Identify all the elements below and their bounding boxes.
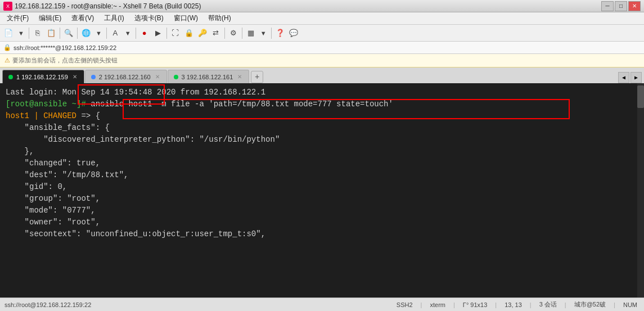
menu-window[interactable]: 窗口(W): [169, 12, 202, 24]
terminal-line-13: "secontext": "unconfined_u:object_r:user…: [6, 228, 638, 240]
toolbar-lock[interactable]: 🔒: [183, 27, 195, 39]
terminal-line-6: },: [6, 146, 638, 157]
tab-1[interactable]: 1 192.168.122.159 ✕: [2, 70, 84, 83]
toolbar-find[interactable]: 🔍: [62, 27, 75, 39]
terminal-line-12: "owner": "root",: [6, 217, 638, 228]
toolbar-font-drop[interactable]: ▼: [123, 27, 133, 39]
menu-edit[interactable]: 编辑(E): [34, 12, 66, 24]
tab-close-3[interactable]: ✕: [236, 74, 243, 80]
scrollbar[interactable]: [637, 83, 644, 298]
toolbar-font[interactable]: A: [109, 27, 121, 39]
toolbar-help[interactable]: ❓: [274, 27, 286, 39]
status-bar: ssh://root@192.168.122.159:22 SSH2 | xte…: [0, 298, 644, 311]
lock-icon: 🔒: [3, 44, 11, 51]
menu-bar: 文件(F) 编辑(E) 查看(V) 工具(I) 选项卡(B) 窗口(W) 帮助(…: [0, 12, 644, 25]
tab-bar: 1 192.168.122.159 ✕ 2 192.168.122.160 ✕ …: [0, 67, 644, 83]
tab-dot-2: [91, 75, 96, 79]
tab-label-1: 1 192.168.122.159: [16, 74, 68, 80]
address-text: ssh://root:******@192.168.122.159:22: [13, 44, 116, 51]
status-term: xterm: [427, 301, 448, 308]
terminal-line-5: "discovered_interpreter_python": "/usr/b…: [6, 134, 638, 146]
scroll-thumb[interactable]: [637, 85, 644, 108]
tab-2[interactable]: 2 192.168.122.160 ✕: [85, 70, 167, 83]
terminal[interactable]: Last login: Mon Sep 14 19:54:48 2020 fro…: [0, 83, 644, 298]
tab-close-1[interactable]: ✕: [71, 74, 78, 80]
terminal-wrapper: Last login: Mon Sep 14 19:54:48 2020 fro…: [0, 83, 644, 298]
window-title: 192.168.122.159 - root@ansible:~ - Xshel…: [15, 2, 201, 10]
terminal-line-2: [root@ansible ~]# ansible host1 -m file …: [6, 98, 638, 110]
toolbar-connect[interactable]: 🌐: [80, 27, 92, 39]
tab-close-2[interactable]: ✕: [154, 74, 161, 80]
status-connection: ssh://root@192.168.122.159:22: [4, 301, 389, 308]
terminal-line-10: "group": "root",: [6, 193, 638, 205]
menu-view[interactable]: 查看(V): [67, 12, 98, 24]
toolbar-grid-drop[interactable]: ▼: [258, 27, 269, 39]
toolbar-settings[interactable]: ⚙: [227, 27, 240, 39]
toolbar-open[interactable]: ▼: [16, 27, 26, 39]
toolbar-copy[interactable]: ⎘: [31, 27, 44, 39]
status-protocol: SSH2: [394, 301, 415, 308]
app-icon: X: [3, 2, 12, 11]
tab-add-button[interactable]: +: [251, 71, 263, 83]
status-city: 城市@52破: [572, 300, 608, 309]
toolbar-record[interactable]: ●: [138, 27, 151, 39]
terminal-line-4: "ansible_facts": {: [6, 122, 638, 134]
terminal-line-8: "dest": "/tmp/88.txt",: [6, 169, 638, 181]
status-sessions: 3 会话: [537, 300, 559, 309]
warning-icon: ⚠: [4, 57, 10, 64]
terminal-line-11: "mode": "0777",: [6, 205, 638, 217]
minimize-button[interactable]: ─: [601, 1, 614, 11]
toolbar-grid[interactable]: ▦: [245, 27, 257, 39]
tab-prev-button[interactable]: ◀: [618, 72, 629, 83]
terminal-line-1: Last login: Mon Sep 14 19:54:48 2020 fro…: [6, 87, 638, 98]
toolbar-key[interactable]: 🔑: [196, 27, 209, 39]
toolbar-play[interactable]: ▶: [152, 27, 164, 39]
toolbar-paste[interactable]: 📋: [45, 27, 57, 39]
toolbar-new[interactable]: 📄: [2, 27, 15, 39]
tab-3[interactable]: 3 192.168.122.161 ✕: [168, 70, 250, 83]
terminal-line-9: "gid": 0,: [6, 181, 638, 193]
tab-dot-1: [8, 75, 13, 79]
toolbar-resize[interactable]: ⛶: [169, 27, 182, 39]
terminal-line-7: "changed": true,: [6, 157, 638, 169]
menu-tools[interactable]: 工具(I): [100, 12, 128, 24]
status-right: SSH2 | xterm | Γ° 91x13 | 13, 13 | 3 会话 …: [394, 300, 640, 309]
status-size: Γ° 91x13: [461, 301, 489, 308]
tab-next-button[interactable]: ▶: [631, 72, 642, 83]
toolbar-connect-drop[interactable]: ▼: [93, 27, 104, 39]
tab-nav: ◀ ▶: [618, 72, 642, 83]
maximize-button[interactable]: □: [615, 1, 627, 11]
menu-tabs[interactable]: 选项卡(B): [130, 12, 168, 24]
toolbar-chat[interactable]: 💬: [287, 27, 300, 39]
info-text: 要添加当前会话，点击左侧的锁头按钮: [12, 56, 118, 65]
terminal-line-3: host1 | CHANGED => {: [6, 110, 638, 122]
tab-dot-3: [174, 75, 178, 79]
info-bar: ⚠ 要添加当前会话，点击左侧的锁头按钮: [0, 54, 644, 67]
title-bar: X 192.168.122.159 - root@ansible:~ - Xsh…: [0, 0, 644, 12]
toolbar-transfer[interactable]: ⇄: [210, 27, 222, 39]
toolbar: 📄 ▼ ⎘ 📋 🔍 🌐 ▼ A ▼ ● ▶ ⛶ 🔒 🔑 ⇄ ⚙ ▦ ▼ ❓ 💬: [0, 25, 644, 42]
status-cursor: 13, 13: [502, 301, 524, 308]
tab-label-2: 2 192.168.122.160: [99, 74, 151, 80]
address-bar: 🔒 ssh://root:******@192.168.122.159:22: [0, 42, 644, 54]
tab-label-3: 3 192.168.122.161: [182, 74, 233, 80]
close-button[interactable]: ✕: [628, 1, 641, 11]
status-numlock: NUM: [621, 301, 640, 308]
menu-file[interactable]: 文件(F): [2, 12, 33, 24]
menu-help[interactable]: 帮助(H): [204, 12, 236, 24]
